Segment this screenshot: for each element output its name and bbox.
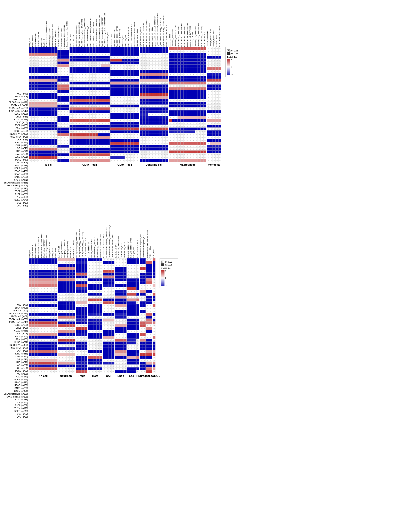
heatmap-cell: [198, 87, 201, 90]
heatmap-cell: [40, 127, 43, 130]
heatmap-cell: ⊠: [136, 276, 139, 279]
heatmap-cell: [66, 50, 69, 53]
heatmap-cell: [118, 350, 121, 353]
heatmap-cell: [192, 82, 195, 84]
heatmap-cell: ⊠: [72, 79, 75, 82]
heatmap-cell: ⊠: [151, 53, 154, 56]
heatmap-cell: [133, 310, 136, 313]
heatmap-cell: [29, 347, 32, 350]
heatmap-cell: [175, 113, 178, 116]
grid-row: ⊠⊠⊠⊠⊠⊠⊠⊠⊠⊠⊠: [29, 270, 155, 273]
heatmap-cell: ⊠: [29, 356, 32, 359]
heatmap-cell: [37, 362, 40, 365]
heatmap-cell: ⊠: [136, 56, 139, 59]
heatmap-cell: [210, 67, 213, 70]
top-row-labels: ACC (n=79)BLCA (n=408)BRCA (n=1100)BRCA-…: [2, 2, 29, 207]
heatmap-cell: [213, 151, 216, 153]
heatmap-cell: [142, 119, 145, 122]
heatmap-cell: [40, 139, 43, 142]
heatmap-cell: [49, 156, 52, 159]
heatmap-cell: ⊠: [52, 356, 55, 359]
heatmap-cell: [40, 344, 43, 347]
heatmap-cell: [52, 53, 55, 56]
group-label: Eos: [127, 374, 136, 377]
heatmap-cell: ⊠: [157, 64, 160, 67]
heatmap-cell: ⊠: [216, 108, 218, 110]
heatmap-cell: [29, 333, 32, 336]
heatmap-cell: [127, 353, 130, 356]
heatmap-cell: [61, 347, 64, 350]
heatmap-cell: [154, 116, 157, 119]
heatmap-cell: [37, 284, 40, 287]
heatmap-cell: [32, 342, 34, 344]
heatmap-cell: [151, 50, 154, 53]
heatmap-cell: ⊠: [46, 339, 49, 342]
heatmap-cell: ⊠: [149, 284, 152, 287]
heatmap-cell: [207, 110, 210, 113]
heatmap-cell: [169, 82, 172, 84]
col-header: Granulocyte-monocyte progenitor_XCELL: [146, 215, 149, 258]
heatmap-cell: ⊠: [106, 310, 109, 313]
heatmap-cell: [149, 370, 152, 373]
heatmap-cell: [113, 47, 116, 50]
heatmap-cell: ⊠: [175, 148, 178, 151]
heatmap-cell: [40, 50, 43, 53]
heatmap-cell: ⊠: [92, 113, 95, 116]
heatmap-cell: ⊠: [66, 47, 69, 50]
heatmap-cell: [76, 310, 79, 313]
heatmap-cell: [49, 50, 52, 53]
heatmap-cell: [96, 324, 99, 327]
heatmap-cell: [55, 127, 58, 130]
heatmap-cell: ⊠: [70, 319, 72, 322]
heatmap-cell: ⊠: [92, 64, 95, 67]
heatmap-cell: ⊠: [118, 365, 121, 367]
heatmap-cell: [84, 136, 87, 139]
heatmap-cell: [63, 87, 66, 90]
col-header: Cancer associated fibroblast_TIDE: [112, 215, 115, 258]
heatmap-cell: [70, 304, 72, 307]
heatmap-cell: [52, 347, 55, 350]
heatmap-cell: [104, 47, 107, 50]
heatmap-cell: [189, 105, 192, 108]
heatmap-cell: [49, 319, 52, 322]
heatmap-cell: [121, 276, 124, 279]
heatmap-cell: ⊠: [55, 327, 58, 330]
heatmap-cell: ⊠: [113, 133, 116, 136]
heatmap-cell: ⊠: [49, 301, 52, 304]
heatmap-cell: [127, 339, 130, 342]
heatmap-cell: ⊠: [133, 330, 136, 333]
heatmap-cell: [149, 322, 152, 324]
heatmap-cell: [34, 353, 37, 356]
heatmap-cell: [84, 119, 87, 122]
heatmap-cell: [40, 333, 43, 336]
heatmap-cell: ⊠: [84, 93, 87, 96]
heatmap-cell: ⊠: [34, 64, 37, 67]
heatmap-cell: ⊠: [55, 370, 58, 373]
heatmap-cell: [189, 151, 192, 153]
heatmap-cell: ⊠: [169, 73, 172, 76]
heatmap-cell: [70, 142, 72, 145]
heatmap-cell: [37, 365, 40, 367]
heatmap-cell: [213, 145, 216, 148]
heatmap-cell: [55, 344, 58, 347]
heatmap-cell: [55, 153, 58, 156]
heatmap-cell: [94, 310, 96, 313]
heatmap-cell: [98, 108, 101, 110]
heatmap-cell: [198, 67, 201, 70]
heatmap-cell: ⊠: [178, 145, 180, 148]
heatmap-cell: ⊠: [154, 105, 157, 108]
heatmap-cell: [75, 159, 78, 162]
heatmap-cell: [87, 56, 90, 59]
heatmap-cell: [46, 322, 49, 324]
heatmap-cell: [163, 79, 166, 82]
heatmap-cell: [61, 365, 64, 367]
heatmap-cell: ⊠: [64, 296, 67, 298]
heatmap-cell: [90, 127, 92, 130]
heatmap-cell: ⊠: [118, 322, 121, 324]
heatmap-cell: [66, 145, 69, 148]
heatmap-cell: [61, 267, 64, 270]
heatmap-cell: ⊠: [29, 339, 32, 342]
heatmap-cell: [32, 273, 34, 276]
heatmap-cell: [95, 102, 98, 105]
heatmap-cell: ⊠: [116, 64, 119, 67]
